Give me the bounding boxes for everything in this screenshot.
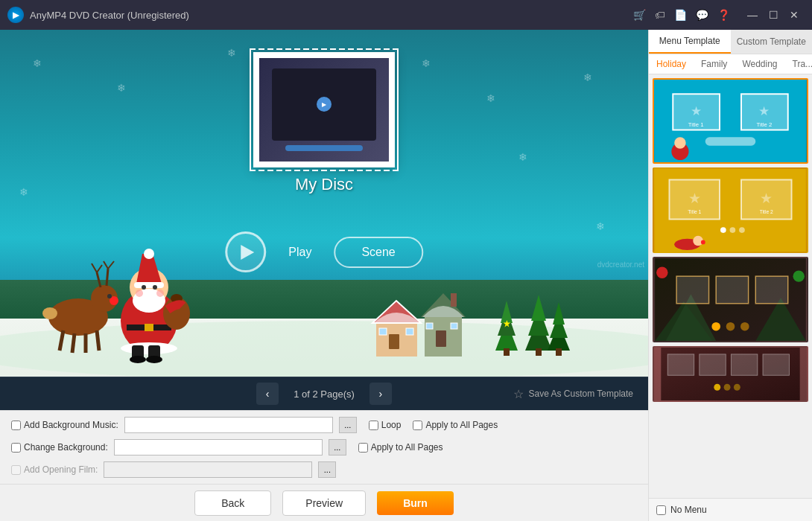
app-icon: ▶ [7,7,24,23]
minimize-button[interactable]: — [742,4,763,25]
menu-template-tab[interactable]: Menu Template [649,30,731,54]
play-controls: Play Scene [225,231,423,272]
svg-point-26 [153,285,157,290]
template-item-3[interactable] [653,257,808,342]
left-panel: ❄ ❄ ❄ ❄ ❄ ❄ ❄ ❄ ❄ ❄ ▶ [0,30,648,521]
svg-rect-20 [134,282,164,288]
save-template-btn[interactable]: ☆ Save As Custom Template [513,387,633,401]
stamp-screen: ▶ [272,68,375,141]
svg-text:★: ★ [691,103,702,118]
watermark: dvdcreator.net [597,260,644,269]
help-icon[interactable]: ❓ [717,9,730,21]
svg-rect-99 [700,354,726,375]
file-icon[interactable]: 📄 [674,9,687,21]
snowflake-2: ❄ [117,82,126,94]
maximize-button[interactable]: ☐ [763,4,784,25]
app-title: AnyMP4 DVD Creator (Unregistered) [30,10,627,21]
template-4-preview [654,348,807,400]
close-button[interactable]: ✕ [784,4,805,25]
back-button[interactable]: Back [194,490,271,516]
bg-music-checkbox-label: Add Background Music: [11,420,118,430]
svg-rect-30 [145,324,153,331]
save-template-label: Save As Custom Template [528,389,633,399]
svg-line-11 [72,333,74,353]
opening-film-checkbox-label: Add Opening Film: [11,464,98,475]
svg-text:Title 1: Title 1 [688,209,701,214]
svg-marker-60 [553,302,565,325]
support-icon[interactable]: 💬 [696,9,708,21]
svg-rect-48 [451,293,457,307]
template-item-2[interactable]: ★ Title 1 ★ Title 2 [653,167,808,253]
svg-text:Title 2: Title 2 [756,121,772,128]
category-holiday[interactable]: Holiday [649,54,694,74]
titlebar-toolbar: 🛒 🏷 📄 💬 ❓ [633,9,730,21]
scene-button[interactable]: Scene [334,237,422,268]
stamp-progress-bar [285,145,363,151]
background-music-row: Add Background Music: ... Loop Apply to … [11,415,637,435]
svg-point-80 [730,227,736,233]
cart-icon[interactable]: 🛒 [633,9,646,21]
category-family[interactable]: Family [694,54,735,74]
svg-rect-61 [556,348,562,356]
svg-rect-98 [667,354,694,375]
apply-all-1-checkbox[interactable] [413,421,422,430]
svg-rect-57 [536,348,542,356]
svg-rect-40 [389,334,399,349]
bg-music-checkbox[interactable] [11,421,21,430]
svg-rect-42 [406,328,413,335]
bg-music-input[interactable] [124,417,333,433]
svg-point-92 [711,322,720,331]
next-page-button[interactable]: › [369,383,392,405]
svg-point-14 [42,307,57,319]
bottom-bar: Back Preview Burn [0,484,648,521]
svg-point-102 [714,384,720,391]
custom-template-tab[interactable]: Custom Template [731,30,813,54]
play-button[interactable] [225,231,266,272]
stamp-inner: ▶ [259,58,389,162]
template-item-1[interactable]: ★ Title 1 ★ Title 2 [653,78,808,164]
svg-point-28 [156,290,164,297]
no-menu-label: No Menu [670,505,707,515]
change-bg-checkbox[interactable] [11,443,21,453]
svg-point-84 [701,240,705,245]
svg-point-103 [724,384,731,391]
change-bg-browse-btn[interactable]: ... [329,439,346,456]
svg-line-9 [104,261,108,269]
apply-all-2-checkbox[interactable] [358,443,368,453]
change-bg-input[interactable] [114,439,323,456]
svg-point-15 [107,294,112,298]
template-tab-bar: Menu Template Custom Template [649,30,812,54]
template-item-4[interactable] [653,346,808,402]
prev-page-button[interactable]: ‹ [256,383,279,405]
tag-icon[interactable]: 🏷 [655,9,665,21]
no-menu-checkbox[interactable] [656,505,666,515]
svg-point-36 [146,356,162,363]
svg-point-104 [734,384,740,391]
svg-point-96 [793,270,804,281]
stamp-play-icon: ▶ [317,97,332,112]
preview-button[interactable]: Preview [282,490,366,516]
opening-film-input[interactable] [104,461,312,478]
category-travel[interactable]: Tra... [785,54,812,74]
burn-button[interactable]: Burn [377,491,454,515]
loop-checkbox[interactable] [369,421,378,430]
template-3-preview [654,258,807,341]
svg-line-7 [107,269,108,286]
svg-text:★: ★ [758,103,770,118]
play-triangle-icon [241,245,254,260]
window-controls: — ☐ ✕ [742,4,805,25]
titlebar: ▶ AnyMP4 DVD Creator (Unregistered) 🛒 🏷 … [0,0,812,30]
svg-point-94 [740,322,749,331]
preview-area: ❄ ❄ ❄ ❄ ❄ ❄ ❄ ❄ ❄ ❄ ▶ [0,30,648,377]
snowflake-1: ❄ [33,57,42,69]
svg-point-35 [130,356,146,363]
stamp-preview-container: ▶ My Disc [253,52,395,194]
svg-rect-52 [504,348,510,356]
bg-music-browse-btn[interactable]: ... [339,417,357,433]
svg-point-79 [720,227,726,233]
snowflake-6: ❄ [486,92,495,104]
opening-film-browse-btn[interactable]: ... [318,461,336,478]
template-1-preview: ★ Title 1 ★ Title 2 [654,80,807,162]
category-wedding[interactable]: Wedding [735,54,784,74]
opening-film-checkbox[interactable] [11,465,21,475]
